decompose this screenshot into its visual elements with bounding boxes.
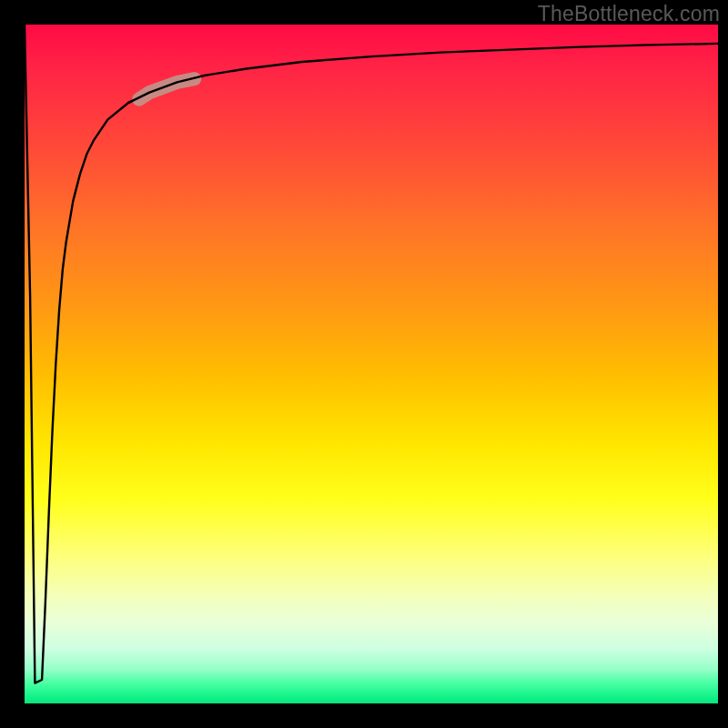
bottleneck-curve (25, 25, 718, 683)
plot-area (25, 25, 718, 703)
curve-layer (25, 25, 718, 703)
chart-container: TheBottleneck.com (0, 0, 728, 728)
watermark-text: TheBottleneck.com (538, 2, 720, 26)
highlight-segment (139, 79, 195, 99)
